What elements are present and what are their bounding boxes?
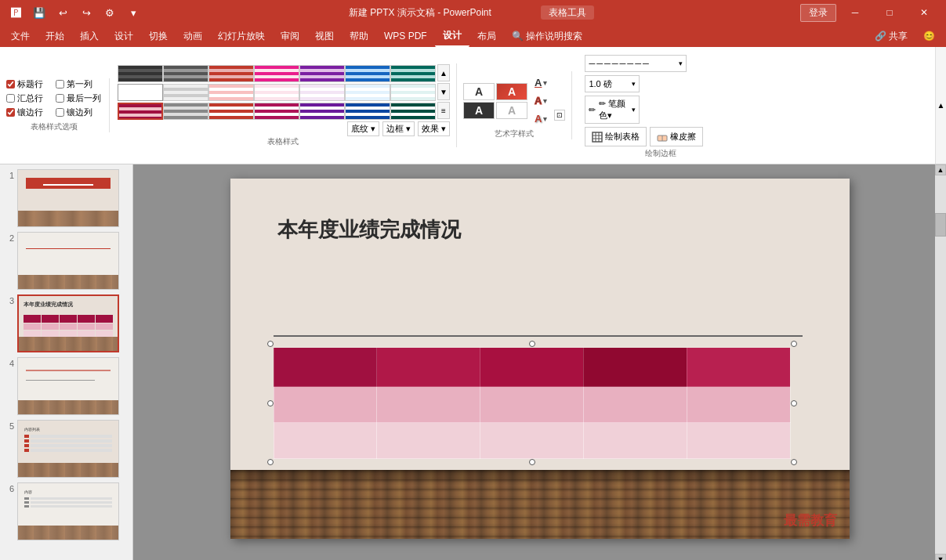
slide-thumb-4[interactable]: 4 <box>3 357 129 415</box>
ribbon-collapse-btn[interactable]: ▲ <box>935 47 946 164</box>
table-cell[interactable] <box>687 387 790 423</box>
text-effect-btn[interactable]: A ▾ <box>531 110 551 127</box>
gallery-up[interactable]: ▲ <box>437 64 450 81</box>
handle-bottom-left[interactable] <box>267 459 274 465</box>
gallery-more[interactable]: ≡ <box>437 102 450 119</box>
pen-color-btn[interactable]: ✏ ✏ 笔颜色▾ ▾ <box>585 96 640 124</box>
login-button[interactable]: 登录 <box>800 4 836 22</box>
table-style-purple2[interactable] <box>299 84 345 101</box>
table-wrapper[interactable] <box>274 347 791 459</box>
slide-thumb-1[interactable]: 1 <box>3 169 129 227</box>
eraser-btn[interactable]: 橡皮擦 <box>650 127 703 146</box>
table-style-purple1[interactable] <box>299 65 345 82</box>
table-cell[interactable] <box>274 387 377 423</box>
table-cell[interactable] <box>274 348 377 387</box>
menu-file[interactable]: 文件 <box>3 27 38 46</box>
menu-transitions[interactable]: 切换 <box>141 27 176 46</box>
text-outline-btn[interactable]: A ▾ <box>531 92 551 109</box>
dropdown-icon[interactable]: ▾ <box>124 3 143 22</box>
close-button[interactable]: ✕ <box>908 0 940 25</box>
scroll-up-btn[interactable]: ▲ <box>935 164 946 175</box>
draw-table-btn[interactable]: 绘制表格 <box>585 127 647 146</box>
maximize-button[interactable]: □ <box>874 0 905 25</box>
smart-search[interactable]: 🔍 操作说明搜索 <box>504 27 590 46</box>
tab-table-layout[interactable]: 布局 <box>469 27 504 46</box>
undo-icon[interactable]: ↩ <box>53 3 72 22</box>
table-cell[interactable] <box>377 387 480 423</box>
table-style-none[interactable] <box>118 84 163 101</box>
handle-mid-right[interactable] <box>791 400 797 406</box>
table-style-dark1[interactable] <box>118 65 163 82</box>
menu-review[interactable]: 审阅 <box>273 27 307 46</box>
slide-thumb-5[interactable]: 5 内容列表 <box>3 420 129 478</box>
menu-design[interactable]: 设计 <box>107 27 141 46</box>
auto-save-icon[interactable]: ⚙ <box>100 3 119 22</box>
line-style-dropdown[interactable]: ──────── ▾ <box>585 55 687 72</box>
menu-help[interactable]: 帮助 <box>342 27 376 46</box>
minimize-button[interactable]: ─ <box>839 0 871 25</box>
border-btn[interactable]: 边框 ▾ <box>382 121 415 136</box>
share-button[interactable]: 🔗 共享 <box>867 27 915 46</box>
handle-bottom-center[interactable] <box>529 459 535 465</box>
menu-view[interactable]: 视图 <box>307 27 342 46</box>
cb-last-col[interactable]: 最后一列 <box>56 92 101 104</box>
slide-thumb-2[interactable]: 2 <box>3 232 129 290</box>
table-style-pink1[interactable] <box>254 65 299 82</box>
slide-thumb-3[interactable]: 3 本年度业绩完成情况 <box>3 294 129 352</box>
table-style-blue3[interactable] <box>345 103 390 120</box>
table-cell[interactable] <box>687 423 790 459</box>
handle-mid-left[interactable] <box>267 400 274 406</box>
table-cell[interactable] <box>274 423 377 459</box>
slide-thumb-6[interactable]: 6 内容 <box>3 482 129 540</box>
table-style-selected[interactable] <box>118 103 163 120</box>
text-style-a4[interactable]: A <box>496 102 527 119</box>
table-cell[interactable] <box>480 423 584 459</box>
shading-btn[interactable]: 底纹 ▾ <box>347 121 379 136</box>
handle-top-left[interactable] <box>267 341 274 347</box>
table-cell[interactable] <box>377 348 480 387</box>
cb-header-row[interactable]: 标题行 <box>6 78 43 90</box>
text-style-a2[interactable]: A <box>496 83 527 100</box>
save-icon[interactable]: 💾 <box>30 3 49 22</box>
table-style-red2[interactable] <box>208 84 254 101</box>
cb-banded-rows[interactable]: 镶边行 <box>6 107 43 118</box>
line-width-input[interactable]: 1.0 磅 ▾ <box>585 75 640 92</box>
scroll-down-btn[interactable]: ▼ <box>935 554 946 560</box>
menu-wps-pdf[interactable]: WPS PDF <box>376 27 435 45</box>
text-style-a3[interactable]: A <box>463 102 495 119</box>
menu-slideshow[interactable]: 幻灯片放映 <box>210 27 273 46</box>
table-style-dark2[interactable] <box>163 65 208 82</box>
table-style-gray1[interactable] <box>163 84 208 101</box>
slide-table[interactable] <box>274 347 791 459</box>
table-style-red1[interactable] <box>208 65 254 82</box>
handle-top-center[interactable] <box>529 341 535 347</box>
handle-top-right[interactable] <box>791 341 797 347</box>
menu-animations[interactable]: 动画 <box>176 27 210 46</box>
tab-table-design[interactable]: 设计 <box>435 26 469 47</box>
table-style-teal3[interactable] <box>390 103 436 120</box>
gallery-down[interactable]: ▼ <box>437 83 450 100</box>
table-style-blue2[interactable] <box>345 84 390 101</box>
effect-btn[interactable]: 效果 ▾ <box>418 121 450 136</box>
table-style-teal1[interactable] <box>390 65 436 82</box>
menu-insert[interactable]: 插入 <box>72 27 107 46</box>
table-cell[interactable] <box>583 423 687 459</box>
handle-bottom-right[interactable] <box>791 459 797 465</box>
menu-home[interactable]: 开始 <box>38 27 72 46</box>
table-style-blue1[interactable] <box>345 65 390 82</box>
table-style-pink2[interactable] <box>254 84 299 101</box>
table-cell[interactable] <box>583 387 687 423</box>
table-cell[interactable] <box>480 387 584 423</box>
cb-first-col[interactable]: 第一列 <box>56 78 101 90</box>
table-style-teal2[interactable] <box>390 84 436 101</box>
text-style-a1[interactable]: A <box>463 83 495 100</box>
table-cell[interactable] <box>377 423 480 459</box>
art-styles-expand[interactable]: ⊡ <box>554 110 565 121</box>
table-cell[interactable] <box>583 348 687 387</box>
table-style-purple3[interactable] <box>299 103 345 120</box>
cb-total-row[interactable]: 汇总行 <box>6 92 43 104</box>
table-style-pink3[interactable] <box>254 103 299 120</box>
scroll-thumb[interactable] <box>935 213 946 237</box>
table-cell[interactable] <box>687 348 790 387</box>
table-style-red3[interactable] <box>208 103 254 120</box>
